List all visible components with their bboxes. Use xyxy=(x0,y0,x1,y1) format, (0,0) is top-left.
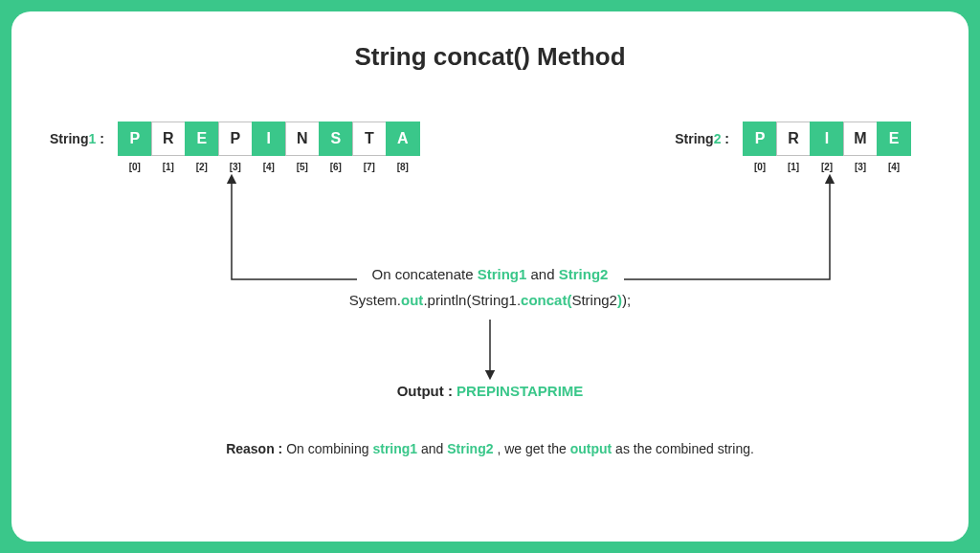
reason-p2: and xyxy=(417,441,447,456)
output-line: Output : PREPINSTAPRIME xyxy=(11,383,969,399)
arrow-left-icon xyxy=(232,179,357,279)
index-label: [2] xyxy=(185,156,219,172)
char-cell: S xyxy=(319,122,353,156)
reason-line: Reason : On combining string1 and String… xyxy=(11,441,969,456)
code-close2: ); xyxy=(622,292,631,308)
char-cell: I xyxy=(810,122,844,156)
index-label: [0] xyxy=(118,156,152,172)
string1-block: String1 : P R E P I N S T A [0] [1] [2] xyxy=(50,122,420,172)
reason-p4: as the combined string. xyxy=(612,441,754,456)
code-out: out xyxy=(401,292,423,308)
reason-p3: , we get the xyxy=(494,441,570,456)
index-label: [8] xyxy=(386,156,420,172)
string1-label: String1 : xyxy=(50,122,104,146)
char-cell: E xyxy=(877,122,911,156)
index-label: [2] xyxy=(810,156,844,172)
string2-label: String2 : xyxy=(675,122,729,146)
char-cell: M xyxy=(843,122,878,156)
reason-p1: On combining xyxy=(286,441,372,456)
concat-mid: and xyxy=(526,266,558,282)
index-label: [3] xyxy=(218,156,253,172)
code-line: System.out.println(String1.concat(String… xyxy=(11,292,969,308)
code-p1: System. xyxy=(349,292,401,308)
reason-label: Reason : xyxy=(226,441,286,456)
page-title: String concat() Method xyxy=(11,42,969,72)
arrow-right-icon xyxy=(624,179,830,279)
string1-cells: P R E P I N S T A [0] [1] [2] [3] [4] [5… xyxy=(118,122,420,172)
string2-cells: P R I M E [0] [1] [2] [3] [4] xyxy=(743,122,911,172)
index-label: [3] xyxy=(843,156,878,172)
string2-block: String2 : P R I M E [0] [1] [2] [3] [4] xyxy=(675,122,911,172)
output-value: PREPINSTAPRIME xyxy=(457,383,583,399)
code-concat: concat( xyxy=(521,292,571,308)
code-p3: .println(String1. xyxy=(423,292,521,308)
concat-s1: String1 xyxy=(478,266,527,282)
index-label: [4] xyxy=(252,156,286,172)
string1-colon: : xyxy=(96,131,104,146)
char-cell: E xyxy=(185,122,219,156)
diagram-card: String concat() Method String1 : P R E P… xyxy=(11,11,969,542)
strings-row: String1 : P R E P I N S T A [0] [1] [2] xyxy=(11,122,969,172)
char-cell: N xyxy=(285,122,320,156)
index-label: [4] xyxy=(877,156,911,172)
output-label: Output : xyxy=(397,383,457,399)
index-label: [5] xyxy=(285,156,320,172)
string2-colon: : xyxy=(721,131,729,146)
char-cell: T xyxy=(352,122,387,156)
string2-label-text: String xyxy=(675,131,713,146)
index-label: [1] xyxy=(151,156,186,172)
code-arg: String2 xyxy=(571,292,617,308)
char-cell: R xyxy=(151,122,186,156)
char-cell: P xyxy=(118,122,152,156)
index-label: [7] xyxy=(352,156,387,172)
index-label: [1] xyxy=(776,156,811,172)
char-cell: A xyxy=(386,122,420,156)
reason-s3: output xyxy=(570,441,612,456)
char-cell: R xyxy=(776,122,811,156)
char-cell: P xyxy=(743,122,777,156)
index-label: [0] xyxy=(743,156,777,172)
string1-label-text: String xyxy=(50,131,88,146)
concat-s2: String2 xyxy=(559,266,609,282)
concat-pre: On concatenate xyxy=(372,266,478,282)
char-cell: P xyxy=(218,122,253,156)
index-label: [6] xyxy=(319,156,353,172)
char-cell: I xyxy=(252,122,286,156)
concatenate-text: On concatenate String1 and String2 xyxy=(11,266,969,282)
reason-s2: String2 xyxy=(447,441,493,456)
reason-s1: string1 xyxy=(372,441,417,456)
